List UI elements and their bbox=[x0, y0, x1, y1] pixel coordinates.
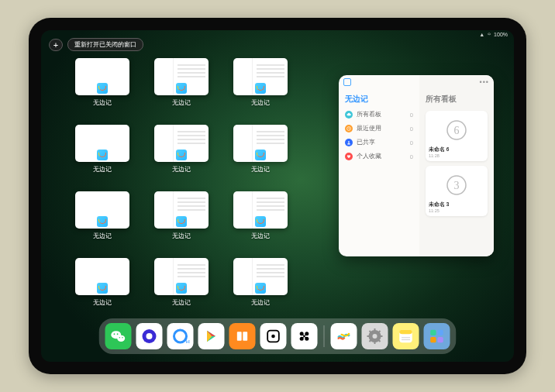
svg-rect-30 bbox=[430, 337, 436, 342]
sidebar-item-label: 已共享 bbox=[357, 139, 375, 146]
stage-manager-grid: 无边记无边记无边记无边记无边记无边记无边记无边记无边记无边记无边记无边记 bbox=[67, 58, 325, 317]
window-label: 无边记 bbox=[172, 232, 191, 240]
sidebar-item-label: 最近使用 bbox=[357, 125, 381, 132]
thumbnail bbox=[233, 125, 288, 162]
svg-point-7 bbox=[117, 335, 125, 342]
panel-right-title: 所有看板 bbox=[426, 94, 488, 105]
svg-text:HD: HD bbox=[186, 339, 190, 344]
dock-app-settings[interactable] bbox=[362, 323, 388, 349]
window-thumbnail[interactable]: 无边记 bbox=[67, 191, 137, 250]
thumbnail bbox=[75, 58, 129, 95]
dock-app-play[interactable] bbox=[198, 323, 225, 349]
freeform-app-icon bbox=[176, 283, 187, 294]
dock-app-freeform[interactable] bbox=[331, 323, 357, 349]
svg-text:3: 3 bbox=[454, 180, 460, 191]
sidebar-item-heart[interactable]: 个人收藏0 bbox=[345, 153, 413, 160]
dock-app-notes[interactable] bbox=[393, 323, 419, 349]
board-preview: 3 bbox=[429, 169, 484, 201]
svg-rect-27 bbox=[399, 330, 412, 335]
clock-icon bbox=[345, 125, 353, 132]
sidebar-item-cloud[interactable]: 所有看板0 bbox=[345, 111, 413, 119]
dock-app-books[interactable] bbox=[229, 323, 256, 349]
svg-point-13 bbox=[147, 333, 153, 339]
person-icon bbox=[345, 139, 353, 146]
svg-point-19 bbox=[271, 335, 275, 339]
sidebar-toggle-icon[interactable] bbox=[343, 78, 351, 86]
thumbnail bbox=[233, 258, 288, 295]
board-card[interactable]: 3未命名 311:25 bbox=[426, 166, 488, 216]
thumbnail bbox=[75, 125, 129, 162]
thumbnail bbox=[154, 258, 209, 295]
board-time: 11:28 bbox=[429, 153, 484, 158]
thumbnail bbox=[75, 191, 129, 229]
dock-separator bbox=[324, 325, 325, 347]
svg-point-8 bbox=[114, 333, 115, 335]
thumbnail bbox=[154, 58, 209, 95]
sidebar-item-clock[interactable]: 最近使用0 bbox=[345, 125, 413, 132]
window-thumbnail[interactable]: 无边记 bbox=[147, 191, 216, 250]
topbar: + 重新打开已关闭的窗口 bbox=[49, 38, 143, 51]
freeform-app-icon bbox=[255, 83, 266, 94]
freeform-app-icon bbox=[255, 150, 266, 160]
thumbnail bbox=[233, 191, 288, 229]
freeform-app-icon bbox=[176, 216, 187, 227]
svg-text:6: 6 bbox=[454, 125, 460, 136]
dock-app-library[interactable] bbox=[424, 323, 450, 349]
window-label: 无边记 bbox=[93, 298, 112, 307]
freeform-app-icon bbox=[97, 150, 108, 160]
window-thumbnail[interactable]: 无边记 bbox=[226, 258, 295, 317]
window-label: 无边记 bbox=[251, 165, 270, 174]
thumbnail bbox=[154, 191, 209, 229]
new-window-button[interactable]: + bbox=[49, 39, 63, 51]
window-label: 无边记 bbox=[93, 232, 112, 240]
dock-app-obsidian[interactable] bbox=[291, 323, 318, 349]
sidebar-item-person[interactable]: 已共享0 bbox=[345, 139, 413, 146]
dock-app-qqbrowser[interactable]: HD bbox=[167, 323, 194, 349]
window-label: 无边记 bbox=[172, 98, 191, 107]
svg-point-9 bbox=[117, 333, 119, 335]
window-label: 无边记 bbox=[251, 98, 270, 107]
svg-rect-17 bbox=[243, 332, 247, 341]
panel-content: 所有看板 6未命名 611:283未命名 311:25 bbox=[419, 75, 494, 256]
freeform-panel[interactable]: ••• 无边记 所有看板0最近使用0已共享0个人收藏0 所有看板 6未命名 61… bbox=[339, 75, 494, 256]
svg-point-14 bbox=[174, 330, 187, 342]
window-label: 无边记 bbox=[172, 165, 191, 174]
window-thumbnail[interactable]: 无边记 bbox=[226, 191, 295, 250]
window-thumbnail[interactable]: 无边记 bbox=[147, 58, 216, 117]
thumbnail bbox=[233, 58, 288, 95]
svg-point-1 bbox=[348, 141, 350, 143]
reopen-closed-window-button[interactable]: 重新打开已关闭的窗口 bbox=[67, 38, 143, 51]
more-icon[interactable]: ••• bbox=[480, 78, 489, 86]
svg-rect-31 bbox=[437, 337, 443, 342]
dock-app-wechat[interactable] bbox=[105, 323, 132, 349]
svg-rect-28 bbox=[430, 330, 436, 335]
window-thumbnail[interactable]: 无边记 bbox=[147, 125, 216, 184]
window-thumbnail[interactable]: 无边记 bbox=[147, 258, 216, 317]
window-thumbnail[interactable]: 无边记 bbox=[226, 58, 295, 117]
dock-app-quark[interactable] bbox=[136, 323, 163, 349]
window-thumbnail[interactable]: 无边记 bbox=[67, 58, 137, 117]
thumbnail bbox=[154, 125, 209, 162]
freeform-app-icon bbox=[97, 83, 108, 94]
panel-left-title: 无边记 bbox=[345, 94, 413, 105]
window-thumbnail[interactable]: 无边记 bbox=[67, 125, 137, 184]
freeform-app-icon bbox=[97, 283, 108, 294]
dock: HD bbox=[99, 318, 457, 354]
sidebar-item-count: 0 bbox=[410, 126, 413, 132]
window-thumbnail[interactable]: 无边记 bbox=[226, 125, 295, 184]
window-label: 无边记 bbox=[251, 298, 270, 307]
board-card[interactable]: 6未命名 611:28 bbox=[426, 111, 488, 161]
dock-app-die[interactable] bbox=[260, 323, 287, 349]
freeform-app-icon bbox=[176, 83, 187, 94]
svg-point-10 bbox=[119, 337, 120, 338]
board-time: 11:25 bbox=[429, 208, 484, 213]
thumbnail bbox=[75, 258, 129, 295]
sidebar-item-label: 所有看板 bbox=[357, 111, 381, 119]
window-thumbnail[interactable]: 无边记 bbox=[67, 258, 137, 317]
panel-header: ••• bbox=[343, 78, 489, 86]
board-name: 未命名 3 bbox=[429, 201, 484, 208]
window-label: 无边记 bbox=[93, 98, 112, 107]
freeform-app-icon bbox=[97, 216, 108, 227]
cloud-icon bbox=[345, 111, 353, 119]
screen: ▲ ⌔ 100% + 重新打开已关闭的窗口 无边记无边记无边记无边记无边记无边记… bbox=[41, 30, 514, 362]
